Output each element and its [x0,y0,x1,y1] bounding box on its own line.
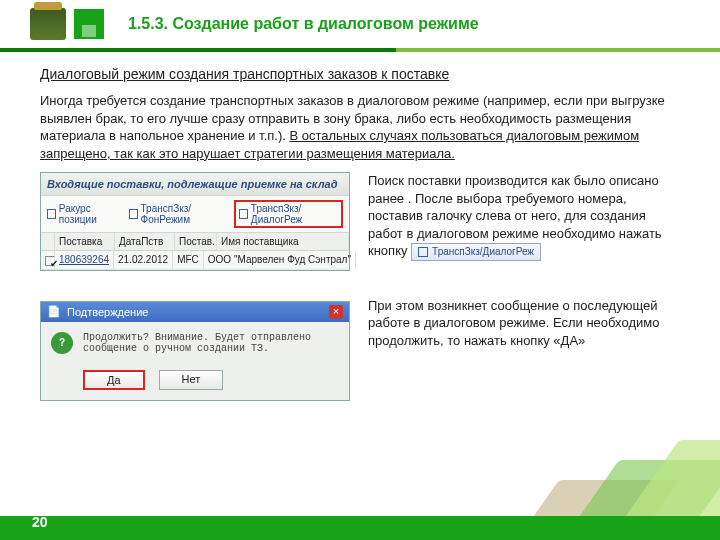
toolbar-view[interactable]: Ракурс позиции [47,203,121,225]
dialog-mode-button[interactable]: ТранспЗкз/ДиалогРеж [411,243,541,261]
deliveries-title: Входящие поставки, подлежащие приемке на… [41,173,349,195]
brand-square [74,9,104,39]
view-icon [47,209,56,219]
deliveries-toolbar: Ракурс позиции ТранспЗкз/ФонРежим Трансп… [41,195,349,233]
crest-logo [30,8,66,40]
instruction-1: Поиск поставки производится как было опи… [368,172,680,270]
doc-icon [418,247,428,257]
question-icon: ? [51,332,73,354]
delivery-number[interactable]: 180639264 [55,251,114,268]
toolbar-background[interactable]: ТранспЗкз/ФонРежим [129,203,226,225]
page-title: 1.5.3. Создание работ в диалоговом режим… [128,15,479,33]
doc-icon [129,209,138,219]
close-icon[interactable]: × [329,305,343,319]
doc-icon [239,209,248,219]
confirm-message: Продолжить? Внимание. Будет отправлено с… [83,332,339,354]
row-checkbox[interactable]: ✔ [45,256,55,266]
table-row[interactable]: ✔ 180639264 21.02.2012 MFC ООО "Марвелен… [41,251,349,269]
intro-paragraph: Иногда требуется создание транспортных з… [40,92,680,162]
no-button[interactable]: Нет [159,370,224,390]
page-number: 20 [32,514,48,530]
grid-header: Поставка ДатаПств Постав. Имя поставщика [41,233,349,251]
screenshot-deliveries: Входящие поставки, подлежащие приемке на… [40,172,350,270]
info-icon: 📄 [47,305,61,318]
section-subtitle: Диалоговый режим создания транспортных з… [40,66,680,82]
footer-bar [0,516,720,540]
screenshot-confirm: 📄 Подтверждение × ? Продолжить? Внимание… [40,301,350,401]
toolbar-dialog[interactable]: ТранспЗкз/ДиалогРеж [234,200,343,228]
divider [0,48,720,52]
instruction-2: При этом возникнет сообщение о последующ… [368,297,680,401]
yes-button[interactable]: Да [83,370,145,390]
confirm-titlebar: 📄 Подтверждение × [41,302,349,322]
confirm-title: Подтверждение [67,306,148,318]
